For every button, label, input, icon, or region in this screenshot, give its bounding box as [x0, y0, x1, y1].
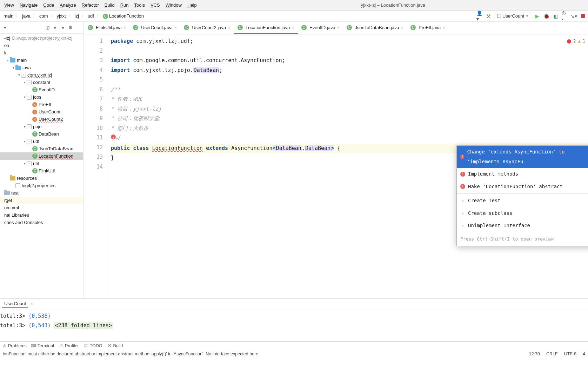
editor-tab[interactable]: CPreEtl.java×	[407, 22, 448, 34]
breadcrumb-item[interactable]: CLocationFunction	[101, 13, 145, 20]
intention-bulb-icon[interactable]	[111, 134, 116, 139]
tool-problems[interactable]: ⚠Problems	[2, 343, 27, 348]
intention-item[interactable]: !Implement methods	[457, 168, 588, 180]
menu-run[interactable]: Run	[118, 1, 132, 9]
folded-lines[interactable]: <238 folded lines>	[54, 322, 113, 329]
menu-refactor[interactable]: Refactor	[79, 1, 102, 9]
breadcrumb-item[interactable]: yjxxt	[55, 13, 67, 19]
close-icon[interactable]: ×	[401, 25, 404, 30]
tree-row[interactable]: ▾⚬pojo	[0, 123, 83, 130]
menu-window[interactable]: Window	[163, 1, 185, 9]
run-icon[interactable]: ▶	[534, 13, 540, 19]
tree-row[interactable]: ches and Consoles	[0, 219, 83, 226]
chevron-down-icon[interactable]: ▾	[2, 25, 8, 31]
tree-row[interactable]: CLocationFunction	[0, 152, 83, 160]
close-icon[interactable]: ×	[292, 25, 294, 30]
editor-tab[interactable]: CFlinkUtil.java×	[84, 22, 129, 34]
menu-view[interactable]: View	[1, 1, 17, 9]
tree-row[interactable]: k	[0, 49, 83, 57]
tree-row[interactable]: ·log4j2.properties	[0, 182, 83, 189]
breadcrumb-item[interactable]: com	[38, 13, 49, 19]
tree-row[interactable]: KPreEtl	[0, 101, 83, 108]
tree-row[interactable]: CFlinkUtil	[0, 167, 83, 175]
expand-all-icon[interactable]: ≡	[52, 25, 58, 31]
debug-icon[interactable]: 🐞	[543, 13, 549, 19]
tree-row[interactable]: rget	[0, 197, 83, 204]
profiler-icon[interactable]: ⏱▾	[561, 13, 568, 19]
tool-terminal[interactable]: ⌨Terminal	[32, 343, 54, 348]
collapse-all-icon[interactable]: ≡	[60, 25, 66, 31]
editor-tab[interactable]: CEventID.java×	[298, 22, 343, 34]
tree-row[interactable]: resources	[0, 175, 83, 182]
tree-row[interactable]: ▾⚬constant	[0, 79, 83, 86]
menu-vcs[interactable]: VCS	[148, 1, 163, 9]
close-icon[interactable]: ×	[228, 25, 230, 30]
menu-build[interactable]: Build	[102, 1, 118, 9]
intention-item[interactable]: ✎Create Test	[457, 195, 588, 207]
close-icon[interactable]: ×	[174, 25, 177, 30]
select-open-file-icon[interactable]: ◎	[45, 25, 50, 31]
editor-tab[interactable]: CLocationFunction.java×	[234, 22, 298, 34]
intention-item[interactable]: !Change 'extends AsyncFunction' to 'impl…	[457, 146, 588, 168]
encoding[interactable]: UTF-8	[564, 351, 576, 356]
breadcrumb-item[interactable]: java	[21, 13, 32, 19]
menu-code[interactable]: Code	[40, 1, 57, 9]
tool-build[interactable]: ⚒Build	[107, 343, 123, 348]
tool-todo[interactable]: ☑TODO	[84, 343, 102, 348]
indent[interactable]: 4	[583, 351, 585, 356]
tree-row[interactable]: nal Libraries	[0, 211, 83, 219]
tree-row[interactable]: ▾⚬com.yjxxt.lzj	[0, 71, 83, 79]
breadcrumb-item[interactable]: main	[2, 13, 15, 19]
menu-tools[interactable]: Tools	[132, 1, 148, 9]
tree-row[interactable]: om.xml	[0, 204, 83, 211]
tree-row[interactable]: ea	[0, 42, 83, 49]
tree-row[interactable]: CEventID	[0, 86, 83, 93]
tree-row[interactable]: KUserCount2	[0, 116, 83, 123]
class-icon: C	[238, 25, 243, 30]
tree-row[interactable]: -lzj D:\wqc.project\project\yjxxt-lzj	[0, 34, 83, 42]
run-config-selector[interactable]: UserCount ▼	[495, 13, 531, 19]
tree-row[interactable]: ▾⚬util	[0, 160, 83, 167]
hide-icon[interactable]: —	[75, 25, 81, 31]
run-console[interactable]: total:3> (0,538) total:3> (0,543) <238 f…	[0, 309, 588, 341]
stop-icon[interactable]	[580, 13, 586, 19]
tree-label: k	[4, 50, 9, 55]
tree-row[interactable]: ▾java	[0, 64, 83, 71]
run-tab[interactable]: UserCount	[2, 300, 28, 308]
editor[interactable]: 2 ▲1 package com.yjxxt.lzj.udf; import c…	[108, 34, 588, 298]
editor-tab[interactable]: CUserCount.java×	[129, 22, 180, 34]
close-icon[interactable]: ×	[123, 25, 126, 30]
attach-icon[interactable]: ↘▾	[570, 13, 577, 19]
menu-help[interactable]: Help	[185, 1, 200, 9]
add-user-icon[interactable]: 👤▾	[476, 13, 483, 19]
tool-profiler[interactable]: ⏱Profiler	[59, 343, 79, 348]
tree-row[interactable]: ▾⚬udf	[0, 138, 83, 145]
tree-row[interactable]: CDataBean	[0, 130, 83, 138]
editor-tab[interactable]: CJsonToDataBean.java×	[343, 22, 407, 34]
tree-row[interactable]: CJsonToDataBean	[0, 145, 83, 152]
intention-item[interactable]: ✎Create subclass	[457, 207, 588, 220]
intention-item[interactable]: ✎Unimplement Interface	[457, 219, 588, 232]
coverage-icon[interactable]: ◧	[552, 13, 559, 19]
build-hammer-icon[interactable]: ⚒	[486, 13, 492, 19]
intention-item[interactable]: !Make 'LocationFunction' abstract	[457, 180, 588, 193]
settings-icon[interactable]: ⚙	[68, 25, 73, 31]
inspection-indicator[interactable]: 2 ▲1	[567, 37, 585, 46]
close-icon[interactable]: ×	[442, 25, 445, 30]
tree-label: udf	[33, 139, 41, 144]
package-icon: ⚬	[27, 124, 32, 129]
menu-analyze[interactable]: Analyze	[57, 1, 79, 9]
editor-tab[interactable]: CUserCount2.java×	[180, 22, 234, 34]
menu-navigate[interactable]: Navigate	[17, 1, 40, 9]
close-icon[interactable]: ×	[30, 301, 33, 307]
tree-row[interactable]: test	[0, 189, 83, 197]
tree-row[interactable]: ▾main	[0, 57, 83, 64]
close-icon[interactable]: ×	[337, 25, 340, 30]
breadcrumb-item[interactable]: lzj	[73, 13, 80, 19]
caret-position[interactable]: 12:70	[529, 351, 540, 356]
tree-row[interactable]: ▾⚬jobs	[0, 93, 83, 101]
breadcrumb-item[interactable]: udf	[86, 13, 95, 19]
project-tree[interactable]: -lzj D:\wqc.project\project\yjxxt-lzjeak…	[0, 34, 83, 298]
tree-row[interactable]: KUserCount	[0, 108, 83, 116]
line-ending[interactable]: CRLF	[546, 351, 558, 356]
